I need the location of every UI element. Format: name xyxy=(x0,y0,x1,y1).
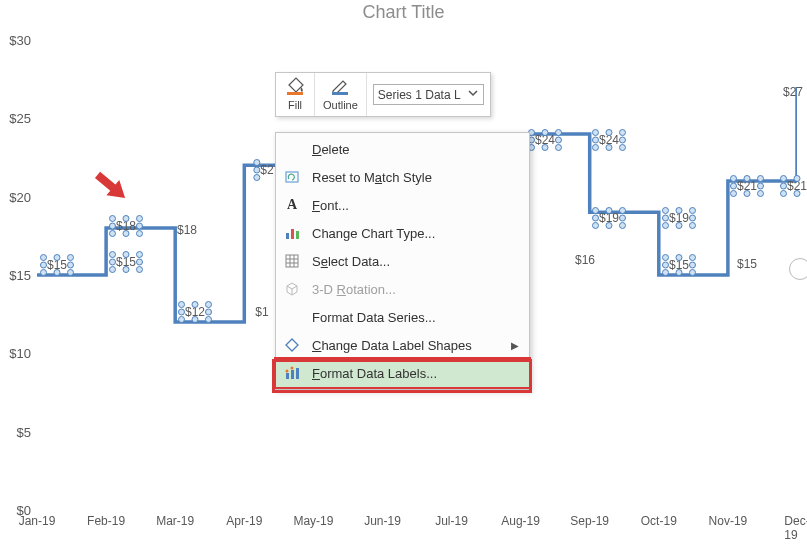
x-tick: Sep-19 xyxy=(570,510,609,528)
menu-item-label: Format Data Series... xyxy=(312,310,519,325)
x-tick: Jun-19 xyxy=(364,510,401,528)
y-tick: $10 xyxy=(9,346,37,361)
reset-icon xyxy=(282,169,302,185)
menu-item-label: Font... xyxy=(312,198,519,213)
data-label[interactable]: $21 xyxy=(784,179,807,193)
svg-rect-1 xyxy=(332,92,348,95)
x-tick: Apr-19 xyxy=(226,510,262,528)
data-label[interactable]: $16 xyxy=(575,253,595,267)
x-tick: Feb-19 xyxy=(87,510,125,528)
x-tick: Nov-19 xyxy=(709,510,748,528)
shape-icon xyxy=(282,337,302,353)
menu-item-format-data-series[interactable]: Format Data Series... xyxy=(276,303,529,331)
svg-rect-11 xyxy=(286,373,289,379)
menu-item-label: Reset to Match Style xyxy=(312,170,519,185)
svg-rect-0 xyxy=(287,92,303,95)
grid-icon xyxy=(282,253,302,269)
menu-item-label: Change Data Label Shapes xyxy=(312,338,501,353)
svg-rect-3 xyxy=(286,233,289,239)
chart-icon xyxy=(282,225,302,241)
paint-bucket-icon xyxy=(284,77,306,97)
chevron-down-icon xyxy=(467,87,479,102)
data-label-text: $2 xyxy=(260,163,273,177)
font-icon: A xyxy=(282,197,302,213)
menu-item-change-data-label-shapes[interactable]: Change Data Label Shapes ▶ xyxy=(276,331,529,359)
pen-icon xyxy=(329,77,351,97)
x-tick: Jan-19 xyxy=(19,510,56,528)
menu-item-select-data[interactable]: Select Data... xyxy=(276,247,529,275)
context-menu: Delete Reset to Match Style A Font... Ch… xyxy=(275,132,530,390)
combo-value: Series 1 Data L xyxy=(378,88,461,102)
data-label[interactable]: $19 xyxy=(596,211,622,225)
menu-item-reset[interactable]: Reset to Match Style xyxy=(276,163,529,191)
x-tick: Jul-19 xyxy=(435,510,468,528)
data-label[interactable]: $15 xyxy=(113,255,139,269)
svg-rect-6 xyxy=(286,255,298,267)
menu-item-font[interactable]: A Font... xyxy=(276,191,529,219)
x-tick: May-19 xyxy=(293,510,333,528)
data-label[interactable]: $21 xyxy=(734,179,760,193)
fill-button[interactable]: Fill xyxy=(276,73,315,116)
fill-label: Fill xyxy=(288,99,302,111)
outline-label: Outline xyxy=(323,99,358,111)
menu-item-label: Delete xyxy=(312,142,519,157)
data-label[interactable]: $12 xyxy=(182,305,208,319)
y-tick: $30 xyxy=(9,33,37,48)
svg-rect-5 xyxy=(296,231,299,239)
svg-point-14 xyxy=(286,370,289,373)
data-label[interactable]: $18 xyxy=(177,223,197,237)
y-tick: $15 xyxy=(9,268,37,283)
chart-title[interactable]: Chart Title xyxy=(0,2,807,23)
chart-element-selector[interactable]: Series 1 Data L xyxy=(367,73,490,116)
data-label[interactable]: $15 xyxy=(44,258,70,272)
labels-icon xyxy=(282,365,302,381)
x-tick: Dec-19 xyxy=(784,510,807,542)
y-tick: $20 xyxy=(9,189,37,204)
submenu-arrow-icon: ▶ xyxy=(511,340,519,351)
outline-button[interactable]: Outline xyxy=(315,73,367,116)
menu-item-format-data-labels[interactable]: Format Data Labels... xyxy=(276,359,529,387)
data-label[interactable]: $24 xyxy=(596,133,622,147)
y-tick: $5 xyxy=(17,424,37,439)
data-label[interactable]: $1 xyxy=(255,305,268,319)
menu-item-label: 3-D Rotation... xyxy=(312,282,519,297)
menu-item-label: Format Data Labels... xyxy=(312,366,519,381)
data-label[interactable]: $27 xyxy=(783,85,803,99)
menu-item-delete[interactable]: Delete xyxy=(276,135,529,163)
data-label[interactable]: $19 xyxy=(666,211,692,225)
menu-item-label: Select Data... xyxy=(312,254,519,269)
data-label[interactable]: $15 xyxy=(666,258,692,272)
data-label[interactable]: $24 xyxy=(532,133,558,147)
menu-item-3d-rotation: 3-D Rotation... xyxy=(276,275,529,303)
y-tick: $25 xyxy=(9,111,37,126)
x-tick: Aug-19 xyxy=(501,510,540,528)
menu-item-change-chart-type[interactable]: Change Chart Type... xyxy=(276,219,529,247)
x-tick: Mar-19 xyxy=(156,510,194,528)
menu-item-label: Change Chart Type... xyxy=(312,226,519,241)
data-label[interactable]: $18 xyxy=(113,219,139,233)
svg-rect-13 xyxy=(296,368,299,379)
chart-elements-button[interactable] xyxy=(789,258,807,280)
svg-point-15 xyxy=(291,367,294,370)
annotation-arrow-icon xyxy=(92,165,132,205)
data-label[interactable]: $15 xyxy=(737,257,757,271)
cube-icon xyxy=(282,281,302,297)
svg-rect-4 xyxy=(291,229,294,239)
data-label[interactable]: $2 xyxy=(257,163,276,177)
svg-rect-12 xyxy=(291,370,294,379)
mini-toolbar: Fill Outline Series 1 Data L xyxy=(275,72,491,117)
x-tick: Oct-19 xyxy=(641,510,677,528)
